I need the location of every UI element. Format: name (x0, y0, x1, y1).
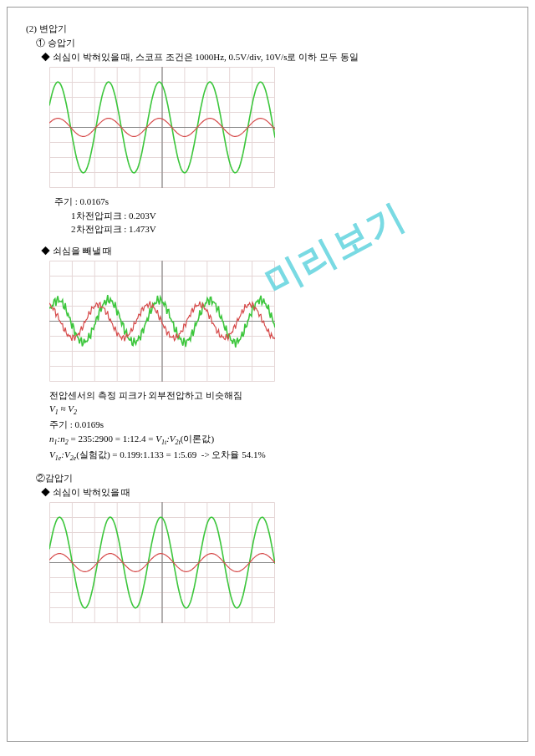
bullet-core-removed: ◆ 쇠심을 빼낼 때 (41, 245, 509, 257)
oscilloscope-chart-core-in (49, 67, 275, 188)
bullet-scope-conditions: ◆ 쇠심이 박혀있을 때, 스코프 조건은 1000Hz, 0.5V/div, … (41, 51, 509, 63)
turns-ratio-experiment: V1e:V2e(실험값) = 0.199:1.133 = 1:5.69 -> 오… (49, 448, 509, 464)
chart-2-container (49, 261, 509, 383)
bullet-stepdown-core-in: ◆ 쇠심이 박혀있을 때 (41, 486, 509, 499)
chart-1-container (49, 67, 509, 190)
values-block-2: 전압센서의 측정 피크가 외부전압하고 비슷해짐 V1 ≈ V2 주기 : 0.… (49, 388, 509, 464)
subsection-2-title: ②감압기 (36, 472, 509, 485)
v1-approx-v2: V1 ≈ V2 (49, 402, 509, 418)
values-block-1: 주기 : 0.0167s 1차전압피크 : 0.203V 2차전압피크 : 1.… (54, 195, 509, 236)
primary-peak-value: 1차전압피크 : 0.203V (71, 209, 509, 223)
secondary-peak-value: 2차전압피크 : 1.473V (71, 222, 509, 236)
turns-ratio-theory: n1:n2 = 235:2900 = 1:12.4 = V1t:V2t(이론값) (49, 432, 509, 448)
oscilloscope-chart-stepdown (49, 502, 275, 623)
section-title: (2) 변압기 (26, 23, 509, 35)
chart-3-container (49, 502, 509, 625)
document-page: 미리보기 (2) 변압기 ① 승압기 ◆ 쇠심이 박혀있을 때, 스코프 조건은… (7, 7, 528, 742)
subsection-1-title: ① 승압기 (36, 37, 509, 49)
oscilloscope-chart-core-out (49, 261, 275, 382)
observation-text: 전압센서의 측정 피크가 외부전압하고 비슷해짐 (49, 388, 509, 403)
period-value-2: 주기 : 0.0169s (49, 418, 509, 432)
period-value: 주기 : 0.0167s (54, 195, 509, 209)
